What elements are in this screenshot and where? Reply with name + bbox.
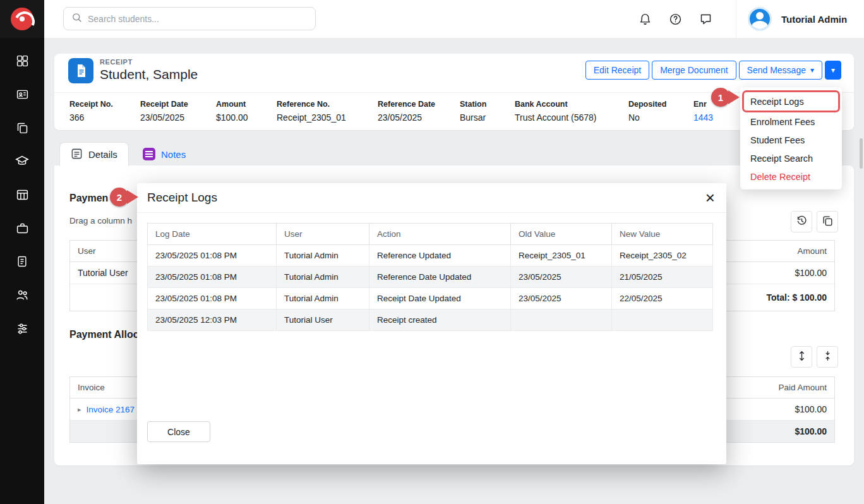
payments-total: Total: $ 100.00 xyxy=(767,292,827,303)
merge-document-button[interactable]: Merge Document xyxy=(652,61,736,80)
user-profile[interactable]: Tutorial Admin xyxy=(736,0,864,38)
log-row: 23/05/2025 12:03 PM Tutorial User Receip… xyxy=(148,309,713,331)
field-bank-account: Bank AccountTrust Account (5678) xyxy=(515,100,596,123)
sidebar-item-tables[interactable] xyxy=(11,188,33,203)
table-icon xyxy=(16,188,29,204)
group-drag-hint: Drag a column h xyxy=(69,216,132,225)
history-button[interactable] xyxy=(791,211,812,232)
amount-column-header[interactable]: Amount xyxy=(797,246,827,256)
documents-icon xyxy=(16,121,29,137)
record-type-label: RECEIPT xyxy=(100,58,133,66)
history-icon xyxy=(796,215,808,229)
user-column-header[interactable]: User xyxy=(277,224,369,245)
annotation-step-1: 1 xyxy=(711,88,740,107)
menu-item-receipt-logs[interactable]: Receipt Logs xyxy=(744,92,838,111)
sidebar-item-dashboard[interactable] xyxy=(11,54,33,69)
receipt-logs-modal: Receipt Logs Log Date User Action Old Va… xyxy=(137,183,726,464)
app-root: Tutorial Admin RECEIPT Student, Sample E… xyxy=(0,0,864,504)
scrollbar[interactable] xyxy=(860,138,863,169)
annotation-1-arrow-icon xyxy=(728,90,740,104)
sidebar-item-contacts[interactable] xyxy=(11,88,33,103)
log-row: 23/05/2025 01:08 PM Tutorial Admin Refer… xyxy=(148,245,713,267)
contacts-icon xyxy=(16,88,29,104)
logo-icon xyxy=(11,8,33,30)
topbar: Tutorial Admin xyxy=(44,0,864,38)
payment-allocations-heading: Payment Alloca xyxy=(69,329,145,340)
modal-body: Log Date User Action Old Value New Value… xyxy=(137,213,726,341)
tab-notes[interactable]: Notes xyxy=(135,142,193,166)
avatar xyxy=(748,7,772,31)
paid-amount-column-header[interactable]: Paid Amount xyxy=(778,383,827,392)
annotation-step-2: 2 xyxy=(110,188,138,207)
notifications-icon[interactable] xyxy=(638,12,652,26)
topbar-icons xyxy=(638,0,712,38)
sliders-icon xyxy=(16,322,29,338)
sidebar-item-people[interactable] xyxy=(11,289,33,304)
modal-header: Receipt Logs xyxy=(137,183,726,213)
field-receipt-no: Receipt No.366 xyxy=(69,100,113,123)
log-row: 23/05/2025 01:08 PM Tutorial Admin Refer… xyxy=(148,267,713,288)
modal-close-button[interactable]: Close xyxy=(147,421,210,442)
sidebar-item-documents[interactable] xyxy=(11,121,33,136)
receipt-card-header: RECEIPT Student, Sample Edit Receipt Mer… xyxy=(54,54,854,93)
help-icon[interactable] xyxy=(668,12,682,26)
page-title: Student, Sample xyxy=(100,67,198,82)
app-logo[interactable] xyxy=(0,0,44,38)
annotation-2-arrow-icon xyxy=(127,190,138,204)
invoice-column-header[interactable]: Invoice xyxy=(78,383,105,392)
modal-title: Receipt Logs xyxy=(147,191,217,205)
field-reference-date: Reference Date23/05/2025 xyxy=(378,100,435,123)
sidebar-nav xyxy=(0,54,44,337)
sidebar xyxy=(0,0,44,504)
payments-heading: Paymen xyxy=(69,193,108,204)
search-input[interactable] xyxy=(88,14,308,24)
field-reference-no: Reference No.Receipt_2305_01 xyxy=(277,100,346,123)
close-icon[interactable] xyxy=(705,189,715,206)
receipt-document-icon xyxy=(68,58,93,83)
header-actions: Edit Receipt Merge Document Send Message xyxy=(585,61,841,80)
sidebar-item-academics[interactable] xyxy=(11,155,33,170)
messages-icon[interactable] xyxy=(699,12,712,26)
expand-rows-icon xyxy=(796,350,808,364)
edit-receipt-button[interactable]: Edit Receipt xyxy=(585,61,649,80)
new-value-column-header[interactable]: New Value xyxy=(612,224,713,245)
sidebar-item-fees[interactable] xyxy=(11,255,33,270)
menu-item-receipt-search[interactable]: Receipt Search xyxy=(740,149,842,167)
action-column-header[interactable]: Action xyxy=(369,224,511,245)
invoice-icon xyxy=(16,255,28,270)
sidebar-item-business[interactable] xyxy=(11,222,33,237)
log-date-column-header[interactable]: Log Date xyxy=(148,224,277,245)
menu-item-delete-receipt[interactable]: Delete Receipt xyxy=(740,167,842,186)
tab-details[interactable]: Details xyxy=(59,142,129,166)
annotation-2-badge: 2 xyxy=(110,188,129,207)
enrolment-link[interactable]: 1443 xyxy=(693,112,713,123)
search-icon xyxy=(71,12,82,25)
menu-item-student-fees[interactable]: Student Fees xyxy=(740,131,842,149)
invoice-link[interactable]: Invoice 2167 xyxy=(78,405,135,414)
sidebar-item-settings[interactable] xyxy=(11,322,33,337)
log-row: 23/05/2025 01:08 PM Tutorial Admin Recei… xyxy=(148,288,713,309)
send-message-button[interactable]: Send Message xyxy=(739,61,822,80)
log-table-header-row: Log Date User Action Old Value New Value xyxy=(148,224,713,245)
menu-item-enrolment-fees[interactable]: Enrolment Fees xyxy=(740,112,842,131)
dashboard-icon xyxy=(16,54,29,70)
user-name: Tutorial Admin xyxy=(781,14,847,25)
field-station: StationBursar xyxy=(460,100,486,123)
people-icon xyxy=(15,288,29,304)
copy-grid-button[interactable] xyxy=(817,211,838,232)
field-receipt-date: Receipt Date23/05/2025 xyxy=(140,100,188,123)
user-column-header[interactable]: User xyxy=(78,246,96,256)
expand-row-icon[interactable] xyxy=(78,405,81,414)
old-value-column-header[interactable]: Old Value xyxy=(511,224,612,245)
allocations-total: $100.00 xyxy=(795,426,827,436)
details-icon xyxy=(71,148,83,162)
collapse-rows-icon xyxy=(822,350,834,364)
collapse-all-button[interactable] xyxy=(817,346,838,368)
copy-icon xyxy=(822,215,834,229)
briefcase-icon xyxy=(16,222,29,237)
field-enrolment: Enr1443 xyxy=(693,100,713,123)
more-actions-dropdown-button[interactable] xyxy=(825,61,841,80)
receipt-actions-menu: Receipt Logs Enrolment Fees Student Fees… xyxy=(740,87,842,189)
expand-all-button[interactable] xyxy=(791,346,812,368)
graduation-cap-icon xyxy=(15,154,29,171)
